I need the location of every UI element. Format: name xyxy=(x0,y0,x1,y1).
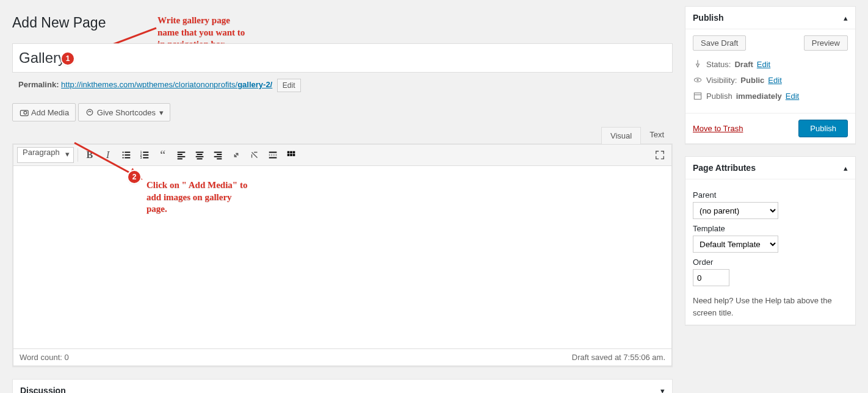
discussion-title: Discussion xyxy=(20,386,66,393)
svg-rect-25 xyxy=(217,154,222,155)
annotation-text-2: Click on " Add Media" to add images on g… xyxy=(146,179,247,215)
page-title-input[interactable] xyxy=(13,44,672,72)
editor-content-area[interactable]: 2 Click on " Add Media" to add images on… xyxy=(13,166,672,349)
svg-rect-13 xyxy=(143,154,148,156)
discussion-panel-toggle[interactable]: Discussion ▾ xyxy=(12,379,673,393)
page-title: Add New Page xyxy=(12,15,673,31)
svg-rect-9 xyxy=(125,157,130,159)
svg-point-6 xyxy=(122,154,123,156)
svg-point-4 xyxy=(122,151,123,153)
toolbar-toggle-button[interactable] xyxy=(283,147,299,163)
parent-label: Parent xyxy=(693,190,848,200)
svg-rect-33 xyxy=(292,151,295,154)
order-input[interactable] xyxy=(693,269,729,286)
svg-rect-30 xyxy=(269,157,277,159)
calendar-icon xyxy=(693,91,703,101)
template-label: Template xyxy=(693,224,848,233)
bold-button[interactable]: B xyxy=(82,147,98,163)
publish-panel-header[interactable]: Publish ▴ xyxy=(685,7,855,29)
link-button[interactable] xyxy=(228,147,244,163)
svg-rect-19 xyxy=(177,158,182,159)
help-note: Need help? Use the Help tab above the sc… xyxy=(693,295,848,319)
permalink-edit-button[interactable]: Edit xyxy=(277,79,301,92)
svg-rect-7 xyxy=(125,154,130,156)
svg-rect-26 xyxy=(214,156,222,157)
svg-rect-32 xyxy=(290,151,292,154)
bullet-list-button[interactable] xyxy=(118,147,134,163)
svg-rect-27 xyxy=(217,158,222,159)
svg-rect-21 xyxy=(197,154,202,155)
svg-rect-28 xyxy=(269,152,277,153)
svg-rect-15 xyxy=(143,157,148,159)
pin-icon xyxy=(693,59,703,69)
annotation-badge-1: 1 xyxy=(62,52,74,65)
tab-text[interactable]: Text xyxy=(641,126,673,143)
schedule-edit-link[interactable]: Edit xyxy=(786,92,799,101)
read-more-button[interactable] xyxy=(265,147,281,163)
tab-visual[interactable]: Visual xyxy=(601,127,641,144)
page-attributes-header[interactable]: Page Attributes ▴ xyxy=(685,157,855,179)
word-count: Word count: 0 xyxy=(20,353,69,362)
parent-select[interactable]: (no parent) xyxy=(693,202,778,219)
permalink-label: Permalink: xyxy=(18,80,59,89)
preview-button[interactable]: Preview xyxy=(804,35,848,51)
fullscreen-button[interactable] xyxy=(652,147,668,163)
svg-rect-35 xyxy=(290,154,292,156)
order-label: Order xyxy=(693,258,848,267)
svg-rect-11 xyxy=(143,152,148,153)
chevron-down-icon: ▾ xyxy=(660,386,665,394)
svg-rect-24 xyxy=(214,152,222,153)
numbered-list-button[interactable]: 123 xyxy=(137,147,153,163)
permalink-link[interactable]: http://inkthemes.com/wpthemes/cloriatono… xyxy=(61,80,272,89)
save-draft-button[interactable]: Save Draft xyxy=(693,35,746,51)
template-select[interactable]: Default Template xyxy=(693,236,778,253)
svg-rect-40 xyxy=(694,93,701,99)
status-edit-link[interactable]: Edit xyxy=(757,60,770,69)
chevron-up-icon: ▴ xyxy=(844,164,848,173)
svg-rect-16 xyxy=(177,152,185,153)
blockquote-button[interactable]: “ xyxy=(155,147,171,163)
svg-rect-31 xyxy=(287,151,289,154)
svg-rect-23 xyxy=(197,158,202,159)
italic-button[interactable]: I xyxy=(100,147,116,163)
align-right-button[interactable] xyxy=(210,147,226,163)
annotation-badge-2: 2 xyxy=(128,171,140,183)
svg-rect-29 xyxy=(269,154,277,156)
align-center-button[interactable] xyxy=(192,147,208,163)
svg-rect-5 xyxy=(125,152,130,153)
visibility-edit-link[interactable]: Edit xyxy=(768,76,781,85)
move-to-trash-link[interactable]: Move to Trash xyxy=(693,124,743,133)
draft-saved-status: Draft saved at 7:55:06 am. xyxy=(572,353,665,362)
svg-point-8 xyxy=(122,157,123,158)
svg-point-3 xyxy=(87,109,93,115)
chevron-up-icon: ▴ xyxy=(844,13,848,23)
svg-rect-17 xyxy=(177,154,182,155)
svg-rect-18 xyxy=(177,156,185,157)
eye-icon xyxy=(693,75,703,85)
svg-rect-36 xyxy=(292,154,295,156)
svg-rect-34 xyxy=(287,154,289,156)
align-left-button[interactable] xyxy=(173,147,189,163)
add-media-button[interactable]: Add Media xyxy=(12,103,76,121)
format-dropdown[interactable]: Paragraph xyxy=(17,147,74,163)
give-shortcodes-button[interactable]: Give Shortcodes ▾ xyxy=(78,103,170,121)
unlink-button[interactable] xyxy=(247,147,262,163)
give-icon xyxy=(85,107,95,117)
svg-rect-20 xyxy=(195,152,203,153)
camera-icon xyxy=(19,107,29,117)
svg-rect-22 xyxy=(195,156,203,157)
svg-point-39 xyxy=(696,79,698,81)
svg-point-1 xyxy=(24,111,27,114)
svg-text:3: 3 xyxy=(140,156,142,159)
publish-button[interactable]: Publish xyxy=(798,120,848,137)
editor-toolbar: Paragraph B I 123 “ xyxy=(13,144,672,166)
